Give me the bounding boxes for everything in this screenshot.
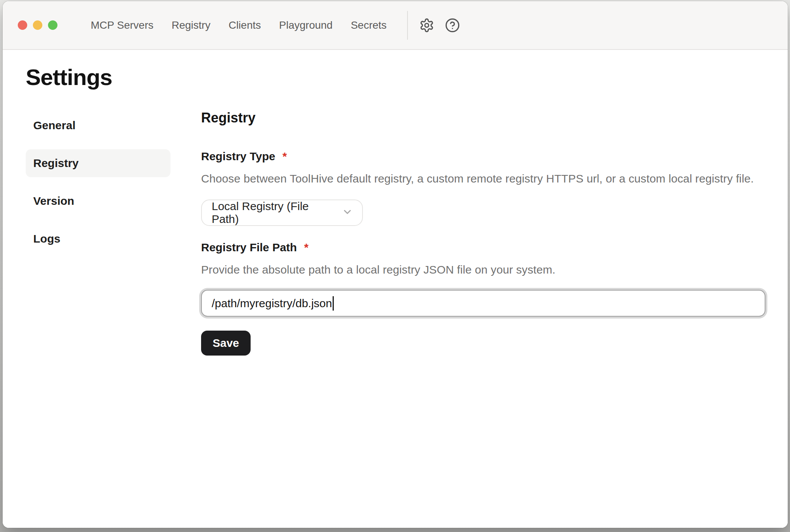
save-button[interactable]: Save — [201, 331, 251, 356]
nav-item-mcp-servers[interactable]: MCP Servers — [91, 19, 153, 31]
sidebar-item-version[interactable]: Version — [26, 187, 170, 215]
sidebar-item-general[interactable]: General — [26, 111, 170, 139]
titlebar: MCP Servers Registry Clients Playground … — [3, 1, 788, 50]
registry-settings-panel: Registry Registry Type * Choose between … — [201, 111, 788, 356]
text-cursor — [333, 296, 334, 311]
maximize-window-button[interactable] — [48, 20, 57, 30]
settings-sidebar: General Registry Version Logs — [26, 111, 170, 356]
registry-type-description: Choose between ToolHive default registry… — [201, 172, 765, 185]
registry-type-selected-value: Local Registry (File Path) — [212, 200, 336, 226]
nav-item-clients[interactable]: Clients — [229, 19, 261, 31]
chevron-down-icon — [336, 206, 353, 219]
nav-item-secrets[interactable]: Secrets — [351, 19, 387, 31]
registry-file-path-description: Provide the absolute path to a local reg… — [201, 263, 765, 276]
page-title: Settings — [26, 64, 788, 90]
settings-page: Settings General Registry Version Logs R… — [3, 50, 788, 528]
sidebar-item-logs[interactable]: Logs — [26, 225, 170, 253]
help-circle-icon[interactable] — [445, 18, 460, 33]
main-nav: MCP Servers Registry Clients Playground … — [91, 19, 387, 31]
section-heading: Registry — [201, 110, 765, 126]
sidebar-item-registry[interactable]: Registry — [26, 149, 170, 177]
nav-item-playground[interactable]: Playground — [279, 19, 333, 31]
nav-item-registry[interactable]: Registry — [172, 19, 211, 31]
close-window-button[interactable] — [18, 20, 27, 30]
required-asterisk: * — [282, 150, 287, 163]
app-window: MCP Servers Registry Clients Playground … — [3, 1, 788, 528]
minimize-window-button[interactable] — [33, 20, 42, 30]
registry-type-select[interactable]: Local Registry (File Path) — [201, 200, 363, 226]
registry-type-label: Registry Type — [201, 150, 275, 163]
registry-file-path-value: /path/myregistry/db.json — [212, 297, 332, 310]
required-asterisk: * — [304, 241, 308, 254]
settings-gear-icon[interactable] — [419, 18, 434, 33]
titlebar-divider — [407, 11, 408, 40]
registry-file-path-label: Registry File Path — [201, 241, 297, 254]
registry-file-path-input[interactable]: /path/myregistry/db.json — [201, 290, 765, 317]
traffic-lights — [18, 20, 57, 30]
